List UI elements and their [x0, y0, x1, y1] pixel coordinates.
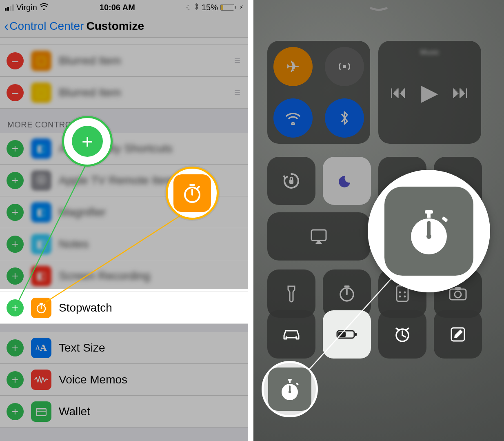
text-size-row[interactable]: + AA Text Size — [0, 332, 248, 364]
row-label: Screen Recording — [59, 270, 150, 283]
svg-rect-46 — [289, 380, 291, 383]
included-row[interactable]: – ▢ Blurred Item ≡ — [0, 77, 248, 109]
back-button[interactable]: ‹ Control Center — [4, 18, 84, 34]
text-size-icon: AA — [31, 338, 51, 358]
more-controls-row[interactable]: + ◧ Accessibility Shortcuts — [0, 133, 248, 165]
included-row[interactable]: – ▢ Blurred Item ≡ — [0, 45, 248, 77]
add-button-callout: + — [62, 116, 113, 167]
signal-icon — [5, 4, 14, 11]
row-label: Blurred Item — [59, 86, 121, 99]
app-icon: ▢ — [31, 51, 51, 71]
stopwatch-icon-callout — [166, 167, 219, 220]
add-button[interactable]: + — [7, 403, 24, 420]
svg-line-48 — [306, 278, 392, 372]
control-center-screenshot: ✈ Music ⏮ ▶ ⏭ — [253, 0, 504, 441]
row-label: Voice Memos — [59, 373, 127, 386]
row-label: Blurred Item — [59, 54, 121, 67]
row-label: Stopwatch — [59, 301, 112, 314]
add-button[interactable]: + — [7, 236, 24, 253]
status-time: 10:06 AM — [100, 3, 135, 12]
svg-rect-4 — [36, 408, 46, 416]
charging-icon: ⚡︎ — [239, 4, 243, 11]
wallet-icon — [31, 401, 51, 422]
row-label: Text Size — [59, 341, 105, 354]
row-label: Wallet — [59, 405, 90, 418]
stopwatch-icon — [173, 174, 211, 212]
drag-handle-icon[interactable]: ≡ — [234, 86, 242, 99]
svg-point-38 — [426, 234, 431, 239]
wifi-icon — [40, 3, 49, 12]
stopwatch-icon — [278, 376, 302, 402]
app-icon: ◧ — [31, 202, 51, 223]
add-button[interactable]: + — [7, 204, 24, 221]
svg-rect-40 — [427, 213, 431, 218]
add-button[interactable]: + — [7, 172, 24, 189]
bluetooth-icon — [194, 3, 199, 12]
svg-rect-41 — [442, 216, 448, 222]
stopwatch-tile-callout-small — [262, 361, 318, 417]
settings-customize-screenshot: Virgin 10:06 AM ☾ 15% ⚡︎ ‹ Control Cente… — [0, 0, 248, 441]
wallet-row[interactable]: + Wallet — [0, 396, 248, 428]
carrier-label: Virgin — [16, 3, 37, 12]
app-icon: ▢ — [31, 82, 51, 103]
chevron-left-icon: ‹ — [4, 18, 9, 34]
section-header: MORE CONTROLS — [0, 109, 248, 133]
svg-point-44 — [289, 391, 291, 393]
status-bar: Virgin 10:06 AM ☾ 15% ⚡︎ — [0, 0, 248, 15]
add-button[interactable]: + — [7, 140, 24, 157]
stopwatch-icon — [404, 205, 453, 258]
nav-bar: ‹ Control Center Customize — [0, 15, 248, 38]
voice-memos-row[interactable]: + Voice Memos — [0, 364, 248, 396]
app-icon: ⦿ — [31, 170, 51, 191]
stopwatch-tile-callout-large — [368, 170, 490, 292]
more-controls-row[interactable]: + ◧ Notes — [0, 228, 248, 260]
row-label: Magnifier — [59, 206, 106, 219]
drag-handle-icon[interactable]: ≡ — [234, 54, 242, 67]
dnd-moon-icon: ☾ — [186, 4, 192, 11]
app-icon: ◧ — [31, 234, 51, 254]
row-label: Notes — [59, 238, 89, 251]
row-label: Apple TV Remote Item — [59, 174, 174, 187]
add-button[interactable]: + — [7, 299, 24, 316]
stopwatch-row[interactable]: + Stopwatch — [0, 292, 248, 324]
app-icon: ◧ — [31, 138, 51, 159]
svg-line-10 — [198, 187, 199, 188]
customize-list: – ▢ Blurred Item ≡ – ▢ Blurred Item ≡ MO… — [0, 38, 248, 440]
svg-rect-47 — [295, 383, 299, 386]
stopwatch-app-icon — [31, 298, 51, 318]
svg-line-3 — [44, 304, 45, 305]
back-label: Control Center — [9, 20, 84, 33]
remove-button[interactable]: – — [7, 84, 24, 101]
remove-button[interactable]: – — [7, 52, 24, 69]
plus-icon: + — [72, 126, 103, 157]
battery-icon — [220, 4, 236, 11]
app-icon: ◧ — [31, 266, 51, 286]
add-button: + — [7, 339, 24, 356]
add-button[interactable]: + — [7, 267, 24, 285]
page-title: Customize — [86, 20, 144, 33]
add-button[interactable]: + — [7, 371, 24, 388]
more-controls-row[interactable]: + ◧ Screen Recording — [0, 260, 248, 292]
voice-memos-icon — [31, 370, 51, 390]
battery-percent: 15% — [202, 3, 218, 12]
